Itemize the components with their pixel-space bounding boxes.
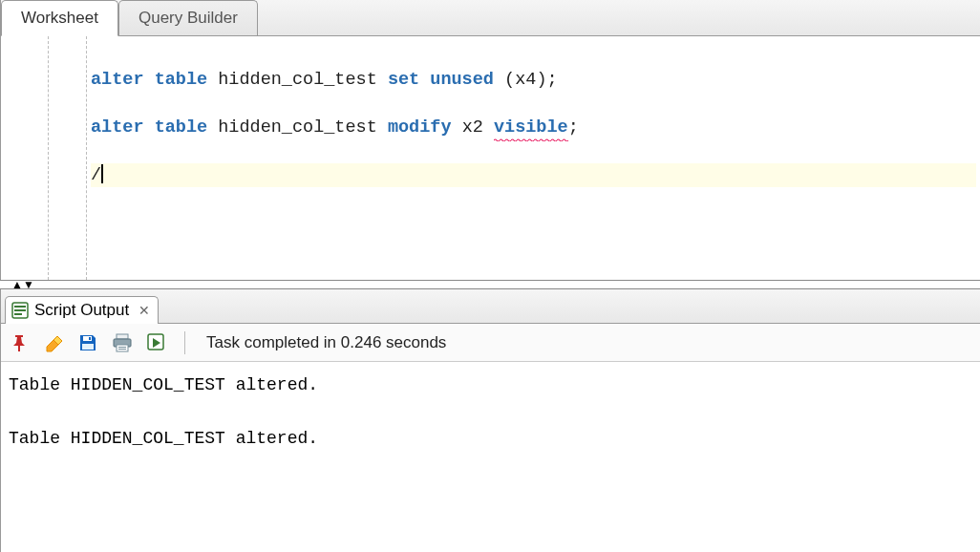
toolbar-separator	[184, 331, 185, 354]
output-tabs: Script Output ✕	[1, 289, 980, 324]
code-line-2[interactable]: alter table hidden_col_test modify x2 vi…	[91, 116, 976, 139]
svg-rect-7	[82, 344, 94, 350]
svg-rect-10	[117, 345, 128, 351]
run-output-icon[interactable]	[146, 332, 167, 353]
tab-query-builder[interactable]: Query Builder	[118, 0, 258, 35]
svg-rect-4	[18, 346, 20, 351]
svg-rect-8	[117, 334, 128, 339]
code-text-area[interactable]: alter table hidden_col_test set unused (…	[87, 36, 980, 280]
svg-rect-6	[89, 337, 91, 340]
close-icon[interactable]: ✕	[138, 303, 150, 318]
text-cursor	[101, 164, 103, 183]
output-panel: Script Output ✕	[0, 289, 980, 552]
panel-splitter[interactable]: ▲▼	[0, 280, 980, 289]
editor-gutter-outer	[1, 36, 49, 280]
svg-rect-1	[14, 306, 26, 308]
pin-icon[interactable]	[9, 332, 30, 353]
svg-rect-12	[118, 349, 126, 350]
editor-tabs: Worksheet Query Builder	[1, 0, 980, 36]
task-status-text: Task completed in 0.246 seconds	[206, 333, 446, 352]
editor-gutter-inner	[49, 36, 87, 280]
save-icon[interactable]	[77, 332, 98, 353]
code-line-3[interactable]: /	[91, 163, 976, 187]
error-squiggle: visible	[494, 116, 568, 139]
print-icon[interactable]	[112, 332, 133, 353]
eraser-icon[interactable]	[43, 332, 64, 353]
splitter-grip-icon: ▲▼	[11, 281, 34, 288]
code-line-1[interactable]: alter table hidden_col_test set unused (…	[91, 68, 976, 92]
output-line: Table HIDDEN_COL_TEST altered.	[9, 429, 318, 448]
tab-script-output[interactable]: Script Output ✕	[5, 296, 159, 324]
code-editor[interactable]: alter table hidden_col_test set unused (…	[1, 36, 980, 280]
output-line: Table HIDDEN_COL_TEST altered.	[9, 375, 318, 394]
script-output-icon	[11, 302, 29, 319]
output-tab-label: Script Output	[34, 301, 129, 320]
svg-rect-11	[118, 347, 126, 348]
svg-rect-2	[14, 309, 26, 311]
output-text-area[interactable]: Table HIDDEN_COL_TEST altered. Table HID…	[1, 362, 980, 552]
output-toolbar: Task completed in 0.246 seconds	[1, 324, 980, 362]
editor-panel: Worksheet Query Builder alter table hidd…	[0, 0, 980, 280]
tab-worksheet[interactable]: Worksheet	[1, 0, 118, 36]
svg-rect-3	[14, 313, 22, 315]
